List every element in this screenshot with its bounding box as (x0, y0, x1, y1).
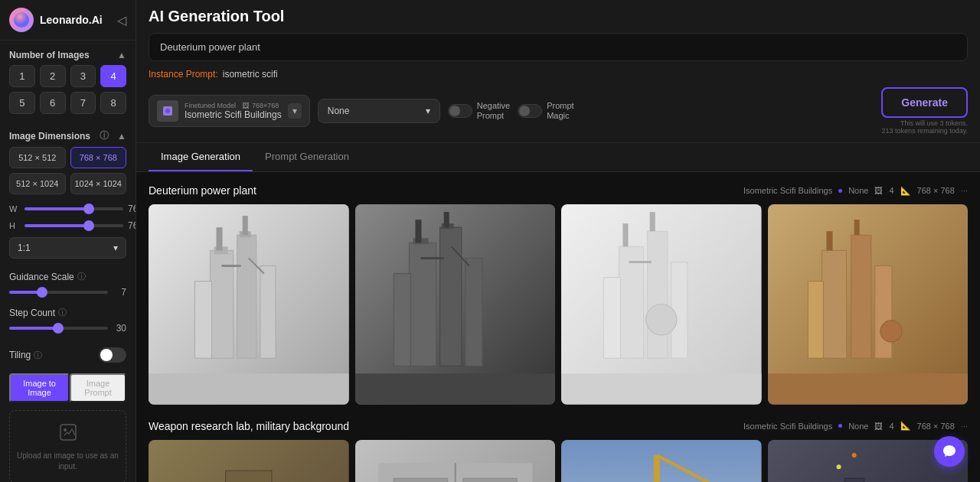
height-value: 768 (128, 220, 136, 231)
svg-rect-47 (826, 231, 832, 250)
negative-prompt-toggle[interactable] (448, 104, 472, 118)
image-dimensions-header: Image Dimensions ⓘ ▲ (0, 120, 136, 147)
image-card-2-3[interactable] (561, 440, 762, 483)
logo-area: Leonardo.Ai (9, 8, 103, 32)
prompt-magic-toggle[interactable] (518, 104, 542, 118)
sidebar-collapse-button[interactable]: ◁ (117, 13, 126, 28)
svg-rect-35 (603, 278, 620, 359)
svg-point-36 (646, 305, 677, 335)
generation-header-2: Weapon research lab, military background… (149, 420, 968, 432)
number-of-images-chevron[interactable]: ▲ (117, 50, 126, 60)
prompt-input[interactable] (149, 33, 968, 61)
guidance-scale-slider[interactable] (9, 291, 108, 294)
svg-rect-48 (854, 220, 859, 235)
instance-prompt-label: Instance Prompt: (149, 69, 218, 80)
dim-btn-512x512[interactable]: 512 × 512 (9, 147, 66, 168)
model-size-icon: 🖼 (242, 102, 249, 109)
gen1-size: 768 × 768 (917, 186, 955, 195)
height-label: H (9, 221, 20, 230)
svg-point-78 (836, 464, 841, 469)
logo-text: Leonardo.Ai (40, 14, 103, 26)
dim-btn-1024x1024[interactable]: 1024 × 1024 (70, 173, 127, 194)
upload-area[interactable]: Upload an image to use as an input. (9, 410, 126, 482)
generate-button[interactable]: Generate (881, 87, 968, 118)
style-select[interactable]: None ▾ (318, 99, 440, 123)
model-dropdown-button[interactable]: ▾ (288, 103, 302, 119)
upload-label: Upload an image to use as an input. (16, 451, 119, 472)
svg-rect-9 (260, 265, 276, 358)
svg-point-79 (851, 453, 856, 458)
image-card-1-2[interactable] (355, 204, 556, 405)
chat-support-button[interactable] (934, 436, 965, 467)
page-title: AI Generation Tool (149, 8, 968, 25)
count-btn-2[interactable]: 2 (40, 65, 66, 87)
svg-rect-17 (243, 216, 248, 235)
guidance-scale-value: 7 (113, 287, 126, 298)
aspect-ratio-chevron-icon: ▾ (113, 243, 118, 253)
svg-rect-16 (217, 227, 223, 250)
width-slider[interactable] (24, 207, 123, 210)
tab-image-prompt[interactable]: Image Prompt (70, 373, 126, 402)
prompt-bar (149, 33, 968, 61)
width-slider-row: W 768 px (0, 200, 136, 217)
svg-rect-43 (851, 235, 871, 358)
generation-meta-1: Isometric Scifi Buildings None 🖼 4 📐 768… (743, 186, 968, 196)
image-card-2-1[interactable] (149, 440, 349, 483)
step-count-slider[interactable] (9, 327, 108, 330)
image-card-1-1[interactable] (149, 204, 349, 405)
count-btn-7[interactable]: 7 (70, 92, 96, 114)
gen1-size-icon: 📐 (900, 186, 911, 196)
svg-rect-28 (355, 373, 556, 404)
main-content: AI Generation Tool Instance Prompt: isom… (136, 0, 980, 482)
number-of-images-label: Number of Images (9, 50, 90, 60)
image-card-1-4[interactable] (768, 204, 969, 405)
model-selector-info: Finetuned Model 🖼 768×768 Isometric Scif… (185, 102, 282, 120)
step-count-value: 30 (113, 323, 126, 334)
tab-image-to-image[interactable]: Image to Image (9, 373, 70, 402)
generation-title-2: Weapon research lab, military background (149, 420, 349, 432)
count-btn-6[interactable]: 6 (40, 92, 66, 114)
aspect-ratio-select[interactable]: 1:1 ▾ (9, 237, 126, 259)
svg-point-2 (64, 428, 67, 432)
prompt-magic-control: PromptMagic (518, 101, 573, 121)
image-dimensions-info-icon[interactable]: ⓘ (100, 129, 109, 142)
generation-block-1: Deuterium power plant Isometric Scifi Bu… (149, 184, 968, 405)
height-slider[interactable] (24, 224, 123, 227)
tiling-label-text: Tiling (9, 350, 31, 360)
image-grid-2 (149, 440, 968, 483)
dim-btn-512x1024[interactable]: 512 × 1024 (9, 173, 66, 194)
count-btn-1[interactable]: 1 (9, 65, 35, 87)
sidebar-header: Leonardo.Ai ◁ (0, 0, 136, 41)
guidance-scale-slider-row: 7 (0, 284, 136, 301)
image-dimensions-chevron[interactable]: ▲ (117, 131, 126, 142)
upload-icon (16, 422, 119, 448)
tiling-info-icon[interactable]: ⓘ (34, 350, 42, 361)
image-card-2-2[interactable] (355, 440, 556, 483)
step-count-header: Step Count ⓘ (0, 307, 136, 320)
tab-prompt-generation[interactable]: Prompt Generation (253, 143, 361, 171)
tiling-toggle[interactable] (99, 347, 126, 363)
model-selector[interactable]: Finetuned Model 🖼 768×768 Isometric Scif… (149, 95, 310, 127)
count-btn-5[interactable]: 5 (9, 92, 35, 114)
count-btn-8[interactable]: 8 (100, 92, 126, 114)
gen2-more-icon[interactable]: ··· (961, 422, 968, 431)
image-dimensions-label: Image Dimensions (9, 131, 90, 142)
svg-rect-42 (822, 250, 846, 358)
image-card-1-3[interactable] (561, 204, 762, 405)
gen2-size: 768 × 768 (917, 422, 955, 431)
svg-rect-38 (561, 373, 762, 404)
count-btn-4[interactable]: 4 (100, 65, 126, 87)
count-btn-3[interactable]: 3 (70, 65, 96, 87)
svg-rect-32 (619, 246, 643, 358)
tab-image-generation[interactable]: Image Generation (149, 143, 253, 171)
model-type: Finetuned Model (185, 102, 236, 109)
guidance-scale-info-icon[interactable]: ⓘ (77, 271, 86, 282)
number-of-images-header: Number of Images ▲ (0, 41, 136, 65)
dim-btn-768x768[interactable]: 768 × 768 (70, 147, 127, 168)
style-chevron-icon: ▾ (426, 106, 430, 116)
generate-wrap: Generate This will use 3 tokens. 213 tok… (881, 87, 968, 135)
step-count-info-icon[interactable]: ⓘ (58, 307, 67, 318)
gen1-more-icon[interactable]: ··· (961, 186, 968, 195)
prompt-magic-label: PromptMagic (547, 101, 573, 121)
svg-rect-74 (844, 478, 864, 482)
